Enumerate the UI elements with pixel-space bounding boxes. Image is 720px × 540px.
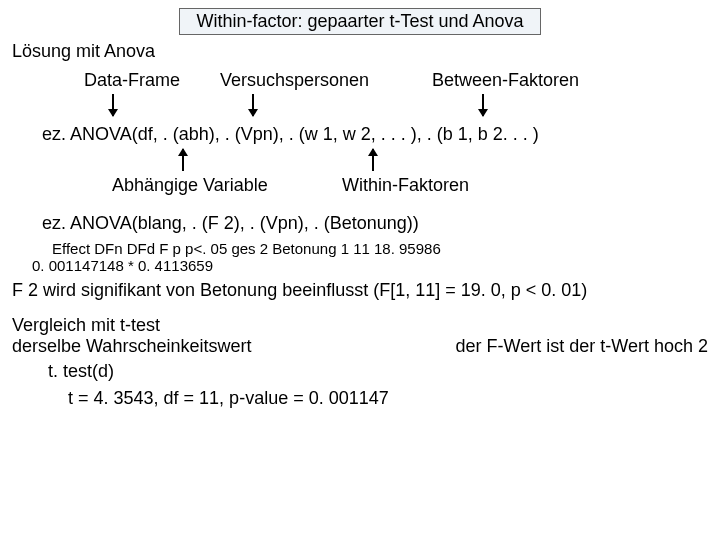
arrow-down-icon [482, 94, 484, 116]
ttest-call: t. test(d) [48, 361, 708, 382]
label-between: Between-Faktoren [432, 70, 579, 91]
up-arrows-row [12, 149, 708, 175]
ttest-compare-row: Vergleich mit t-test derselbe Wahrschein… [12, 315, 708, 357]
label-data-frame: Data-Frame [84, 70, 180, 91]
title-box: Within-factor: gepaarter t-Test und Anov… [179, 8, 540, 35]
anova-generic-call: ez. ANOVA(df, . (abh), . (Vpn), . (w 1, … [42, 124, 708, 145]
ttest-output: t = 4. 3543, df = 11, p-value = 0. 00114… [68, 388, 708, 409]
anova-example-call: ez. ANOVA(blang, . (F 2), . (Vpn), . (Be… [42, 213, 708, 234]
label-within: Within-Faktoren [342, 175, 469, 196]
top-labels-row: Data-Frame Versuchspersonen Between-Fakt… [12, 70, 708, 94]
label-dep-var: Abhängige Variable [112, 175, 268, 196]
ttest-left-line2: derselbe Wahrscheinkeitswert [12, 336, 251, 357]
down-arrows-row [12, 94, 708, 120]
stats-values: 0. 001147148 * 0. 4113659 [32, 257, 708, 274]
arrow-down-icon [252, 94, 254, 116]
arrow-down-icon [112, 94, 114, 116]
subtitle: Lösung mit Anova [12, 41, 708, 62]
bottom-labels-row: Abhängige Variable Within-Faktoren [12, 175, 708, 199]
arrow-up-icon [182, 149, 184, 171]
ttest-left-block: Vergleich mit t-test derselbe Wahrschein… [12, 315, 251, 357]
label-subjects: Versuchspersonen [220, 70, 369, 91]
page-title: Within-factor: gepaarter t-Test und Anov… [196, 11, 523, 31]
stats-header: Effect DFn DFd F p p<. 05 ges 2 Betonung… [52, 240, 708, 257]
ttest-left-line1: Vergleich mit t-test [12, 315, 251, 336]
ttest-right-line: der F-Wert ist der t-Wert hoch 2 [456, 336, 708, 357]
arrow-up-icon [372, 149, 374, 171]
conclusion-text: F 2 wird signifikant von Betonung beeinf… [12, 280, 708, 301]
